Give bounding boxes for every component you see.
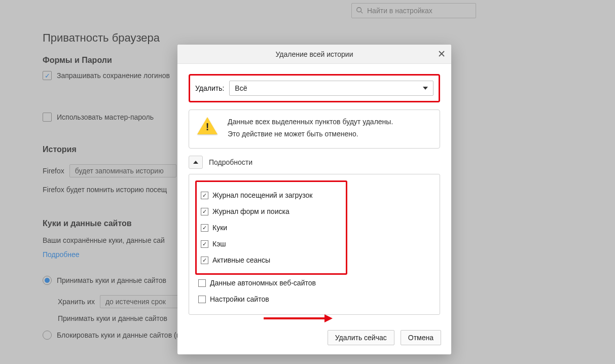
cancel-label: Отмена xyxy=(408,334,433,342)
details-label: Подробности xyxy=(209,158,252,166)
warning-line-1: Данные всех выделенных пунктов будут уда… xyxy=(228,117,393,127)
warning-text: Данные всех выделенных пунктов будут уда… xyxy=(228,117,393,141)
chk-forms-row[interactable]: Журнал форм и поиска xyxy=(201,203,342,220)
details-panel: Журнал посещений и загрузок Журнал форм … xyxy=(189,174,440,315)
toggle-button[interactable] xyxy=(189,156,203,169)
caret-down-icon xyxy=(423,87,428,90)
details-toggle[interactable]: Подробности xyxy=(189,156,440,169)
chk-cookies-label: Куки xyxy=(212,224,227,232)
chk-offline[interactable] xyxy=(198,279,206,287)
warning-icon: ! xyxy=(197,117,218,135)
chk-site-settings-row[interactable]: Настройки сайтов xyxy=(195,291,433,307)
chevron-up-icon xyxy=(193,161,198,164)
delete-now-label: Удалить сейчас xyxy=(335,334,387,342)
annotation-arrow xyxy=(264,314,333,322)
chk-cookies-row[interactable]: Куки xyxy=(201,220,342,236)
chk-offline-row[interactable]: Данные автономных веб-сайтов xyxy=(195,275,433,291)
dialog-body: Удалить: Всё ! Данные всех выделенных пу… xyxy=(177,64,451,323)
chk-sessions-row[interactable]: Активные сеансы xyxy=(201,252,342,268)
chk-forms[interactable] xyxy=(201,208,208,215)
time-range-highlight: Удалить: Всё xyxy=(189,74,440,102)
checked-items-highlight: Журнал посещений и загрузок Журнал форм … xyxy=(195,180,347,275)
warning-box: ! Данные всех выделенных пунктов будут у… xyxy=(189,110,440,149)
close-button[interactable] xyxy=(436,49,447,60)
chk-offline-label: Данные автономных веб-сайтов xyxy=(210,279,316,287)
clear-history-dialog: Удаление всей истории Удалить: Всё ! Дан xyxy=(177,45,451,354)
chk-history-label: Журнал посещений и загрузок xyxy=(212,191,312,199)
dialog-footer: Удалить сейчас Отмена xyxy=(177,323,451,354)
delete-now-button[interactable]: Удалить сейчас xyxy=(328,330,394,345)
cancel-button[interactable]: Отмена xyxy=(401,330,441,345)
arrow-head-icon xyxy=(324,314,333,322)
chk-sessions[interactable] xyxy=(201,257,208,264)
close-icon xyxy=(439,50,445,58)
time-range-select[interactable]: Всё xyxy=(229,81,433,96)
chk-cache[interactable] xyxy=(201,240,208,248)
chk-history[interactable] xyxy=(201,192,208,199)
dialog-title: Удаление всей истории xyxy=(275,50,353,58)
chk-history-row[interactable]: Журнал посещений и загрузок xyxy=(201,187,342,203)
chk-cache-label: Кэш xyxy=(212,240,226,248)
chk-cookies[interactable] xyxy=(201,224,208,232)
chk-sessions-label: Активные сеансы xyxy=(212,256,270,264)
delete-label: Удалить: xyxy=(195,84,224,92)
chk-forms-label: Журнал форм и поиска xyxy=(212,207,290,215)
time-range-value: Всё xyxy=(235,84,247,92)
chk-site-settings[interactable] xyxy=(198,296,206,303)
warning-line-2: Это действие не может быть отменено. xyxy=(228,129,393,139)
dialog-header: Удаление всей истории xyxy=(177,45,451,64)
chk-site-settings-label: Настройки сайтов xyxy=(210,295,269,303)
chk-cache-row[interactable]: Кэш xyxy=(201,236,342,252)
